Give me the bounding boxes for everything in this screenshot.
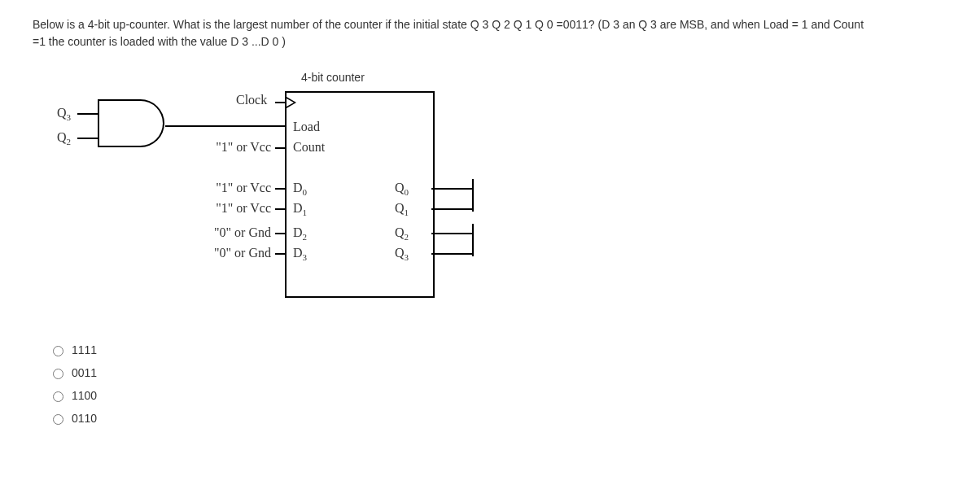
option-a[interactable]: 1111 [49,343,947,356]
wire-count [275,147,285,149]
clock-triangle-inner [287,98,294,107]
clock-wire [275,102,285,103]
option-c-radio[interactable] [53,391,63,402]
wire-d1 [275,208,285,210]
count-ext-label: "1" or Vcc [206,140,271,155]
q1-label: Q1 [395,201,409,217]
count-label: Count [293,140,325,155]
option-c[interactable]: 1100 [49,389,947,402]
option-d[interactable]: 0110 [49,412,947,425]
q0-label: Q0 [395,181,409,197]
wire-and-out [165,125,285,127]
wire-d3 [275,253,285,255]
wire-and-in2 [77,138,98,139]
and-gate [98,99,163,144]
circuit-diagram: 4-bit counter Clock Load Count D0 D1 D2 … [49,75,537,311]
d0-label: D0 [293,181,307,197]
wire-d0 [275,188,285,190]
d0-ext-label: "1" or Vcc [206,181,271,195]
option-c-label: 1100 [72,389,97,402]
wire-q2 [431,233,472,234]
q3-label: Q3 [395,246,409,262]
option-a-label: 1111 [72,343,97,356]
wire-q1 [431,208,472,210]
answer-options: 1111 0011 1100 0110 [49,343,947,425]
q2-label: Q2 [395,225,409,242]
wire-d2 [275,233,285,234]
wire-q0 [431,188,472,190]
question-text: Below is a 4-bit up-counter. What is the… [33,16,947,50]
d3-ext-label: "0" or Gnd [203,246,271,260]
counter-title: 4-bit counter [297,71,369,84]
d3-label: D3 [293,246,307,262]
wire-and-in1 [77,113,98,115]
gate-in-q3: Q3 [57,106,71,122]
question-line1: Below is a 4-bit up-counter. What is the… [33,18,864,31]
output-bar2 [472,224,474,256]
clock-label: Clock [236,93,267,107]
output-bar1 [472,179,474,212]
option-a-radio[interactable] [53,346,63,356]
option-b-label: 0011 [72,366,97,379]
d2-ext-label: "0" or Gnd [203,225,271,240]
gate-in-q2: Q2 [57,130,71,146]
d1-label: D1 [293,201,307,217]
wire-q3 [431,253,472,255]
question-line2: =1 the counter is loaded with the value … [33,35,286,48]
option-b[interactable]: 0011 [49,366,947,379]
d2-label: D2 [293,225,307,242]
d1-ext-label: "1" or Vcc [206,201,271,216]
option-d-label: 0110 [72,412,97,425]
option-b-radio[interactable] [53,369,63,379]
option-d-radio[interactable] [53,414,63,425]
load-label: Load [293,120,320,134]
